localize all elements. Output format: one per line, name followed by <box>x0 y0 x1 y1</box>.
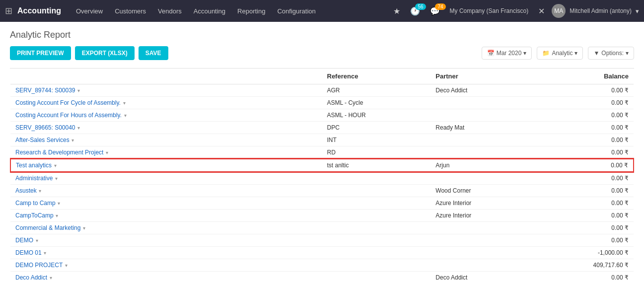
table-row[interactable]: SERV_89665: S00040 ▾DPCReady Mat0.00 ₹ <box>10 122 634 134</box>
row-name[interactable]: Administrative ▾ <box>10 172 322 185</box>
row-name-link[interactable]: After-Sales Services <box>15 137 70 143</box>
row-reference <box>322 272 431 282</box>
row-dropdown-icon[interactable]: ▾ <box>64 263 68 268</box>
nav-customers[interactable]: Customers <box>110 5 151 17</box>
row-reference: DPC <box>322 122 431 134</box>
nav-overview[interactable]: Overview <box>71 5 108 17</box>
row-dropdown-icon[interactable]: ▾ <box>53 163 57 168</box>
row-name-link[interactable]: CampToCamp <box>15 212 54 219</box>
row-name-link[interactable]: SERV_89665: S00040 <box>15 124 75 131</box>
row-dropdown-icon[interactable]: ▾ <box>104 150 108 155</box>
table-row[interactable]: Camp to Camp ▾Azure Interior0.00 ₹ <box>10 197 634 210</box>
nav-vendors[interactable]: Vendors <box>153 5 187 17</box>
row-dropdown-icon[interactable]: ▾ <box>55 213 59 218</box>
row-dropdown-icon[interactable]: ▾ <box>122 100 126 106</box>
table-row[interactable]: Deco Addict ▾Deco Addict0.00 ₹ <box>10 272 634 282</box>
user-dropdown-icon[interactable]: ▾ <box>636 7 639 15</box>
row-name-link[interactable]: Costing Account For Hours of Assembly. <box>15 112 122 119</box>
row-name[interactable]: DEMO ▾ <box>10 234 322 247</box>
row-name-link[interactable]: Test analytics <box>16 162 52 169</box>
row-name-link[interactable]: Administrative <box>15 175 53 182</box>
clock-icon[interactable]: 🕐56 <box>407 5 423 17</box>
row-name-link[interactable]: DEMO <box>15 237 33 244</box>
row-partner <box>430 222 532 234</box>
row-name[interactable]: Costing Account For Cycle of Assembly. ▾ <box>10 97 322 109</box>
row-partner <box>430 134 532 146</box>
toolbar: PRINT PREVIEW EXPORT (XLSX) SAVE 📅 Mar 2… <box>10 46 634 60</box>
row-name[interactable]: Asustek ▾ <box>10 185 322 197</box>
row-partner: Wood Corner <box>430 185 532 197</box>
options-filter[interactable]: ▼ Options: ▾ <box>588 47 634 60</box>
page-content: Analytic Report PRINT PREVIEW EXPORT (XL… <box>0 22 644 282</box>
row-dropdown-icon[interactable]: ▾ <box>81 225 85 231</box>
table-row[interactable]: After-Sales Services ▾INT0.00 ₹ <box>10 134 634 146</box>
row-name-link[interactable]: DEMO 01 <box>15 249 42 256</box>
export-xlsx-button[interactable]: EXPORT (XLSX) <box>75 46 135 60</box>
table-row[interactable]: DEMO ▾0.00 ₹ <box>10 234 634 247</box>
row-dropdown-icon[interactable]: ▾ <box>57 201 61 206</box>
table-row[interactable]: Costing Account For Cycle of Assembly. ▾… <box>10 97 634 109</box>
row-name[interactable]: Research & Development Project ▾ <box>10 146 322 159</box>
row-name[interactable]: SERV_89744: S00039 ▾ <box>10 84 322 97</box>
row-partner <box>430 247 532 259</box>
close-icon[interactable]: ✕ <box>535 5 548 17</box>
row-name[interactable]: Costing Account For Hours of Assembly. ▾ <box>10 109 322 122</box>
row-dropdown-icon[interactable]: ▾ <box>76 88 80 93</box>
table-row[interactable]: Research & Development Project ▾RD0.00 ₹ <box>10 146 634 159</box>
table-row[interactable]: DEMO 01 ▾-1,000.00 ₹ <box>10 247 634 259</box>
row-name[interactable]: After-Sales Services ▾ <box>10 134 322 146</box>
row-name[interactable]: DEMO 01 ▾ <box>10 247 322 259</box>
row-name[interactable]: Deco Addict ▾ <box>10 272 322 282</box>
row-name-link[interactable]: DEMO PROJECT <box>15 262 63 269</box>
row-name-link[interactable]: Research & Development Project <box>15 149 103 156</box>
row-balance: 0.00 ₹ <box>532 122 634 134</box>
row-name[interactable]: Commercial & Marketing ▾ <box>10 222 322 234</box>
row-name[interactable]: Camp to Camp ▾ <box>10 197 322 210</box>
row-dropdown-icon[interactable]: ▾ <box>34 238 38 243</box>
nav-configuration[interactable]: Configuration <box>272 5 320 17</box>
date-filter[interactable]: 📅 Mar 2020 ▾ <box>482 47 532 60</box>
row-reference <box>322 210 431 222</box>
table-row[interactable]: CampToCamp ▾Azure Interior0.00 ₹ <box>10 210 634 222</box>
row-name-link[interactable]: Deco Addict <box>15 274 47 281</box>
row-partner: Arjun <box>430 159 532 172</box>
row-name-link[interactable]: Costing Account For Cycle of Assembly. <box>15 99 121 106</box>
star-icon[interactable]: ★ <box>390 5 403 17</box>
chat-badge: 74 <box>435 3 445 10</box>
row-name-link[interactable]: Camp to Camp <box>15 200 56 207</box>
row-name-link[interactable]: Commercial & Marketing <box>15 224 80 231</box>
chat-icon[interactable]: 💬74 <box>427 5 443 17</box>
col-reference: Reference <box>322 69 431 84</box>
row-name[interactable]: CampToCamp ▾ <box>10 210 322 222</box>
table-wrapper: Reference Partner Balance SERV_89744: S0… <box>10 68 634 282</box>
print-preview-button[interactable]: PRINT PREVIEW <box>10 46 71 60</box>
table-row[interactable]: Test analytics ▾tst anlticArjun0.00 ₹ <box>10 159 634 172</box>
row-dropdown-icon[interactable]: ▾ <box>48 275 52 281</box>
row-reference <box>322 247 431 259</box>
table-row[interactable]: Costing Account For Hours of Assembly. ▾… <box>10 109 634 122</box>
save-button[interactable]: SAVE <box>139 46 168 60</box>
row-dropdown-icon[interactable]: ▾ <box>54 176 58 181</box>
row-dropdown-icon[interactable]: ▾ <box>43 250 47 256</box>
row-name-link[interactable]: SERV_89744: S00039 <box>15 87 75 94</box>
analytic-table: Reference Partner Balance SERV_89744: S0… <box>10 69 634 282</box>
grid-icon[interactable]: ⊞ <box>5 5 12 16</box>
table-row[interactable]: Asustek ▾Wood Corner0.00 ₹ <box>10 185 634 197</box>
nav-reporting[interactable]: Reporting <box>232 5 270 17</box>
analytic-filter[interactable]: 📁 Analytic ▾ <box>537 47 583 60</box>
table-row[interactable]: SERV_89744: S00039 ▾AGRDeco Addict0.00 ₹ <box>10 84 634 97</box>
row-name-link[interactable]: Asustek <box>15 187 37 194</box>
company-selector[interactable]: My Company (San Francisco) <box>447 6 532 15</box>
row-name[interactable]: DEMO PROJECT ▾ <box>10 259 322 272</box>
row-name[interactable]: SERV_89665: S00040 ▾ <box>10 122 322 134</box>
row-dropdown-icon[interactable]: ▾ <box>38 188 42 194</box>
nav-accounting[interactable]: Accounting <box>189 5 230 17</box>
row-dropdown-icon[interactable]: ▾ <box>76 125 80 131</box>
table-row[interactable]: DEMO PROJECT ▾409,717.60 ₹ <box>10 259 634 272</box>
user-name[interactable]: Mitchell Admin (antony) <box>570 7 632 14</box>
row-dropdown-icon[interactable]: ▾ <box>71 138 74 143</box>
table-row[interactable]: Administrative ▾0.00 ₹ <box>10 172 634 185</box>
table-row[interactable]: Commercial & Marketing ▾0.00 ₹ <box>10 222 634 234</box>
row-dropdown-icon[interactable]: ▾ <box>123 113 127 118</box>
row-name[interactable]: Test analytics ▾ <box>10 159 322 172</box>
